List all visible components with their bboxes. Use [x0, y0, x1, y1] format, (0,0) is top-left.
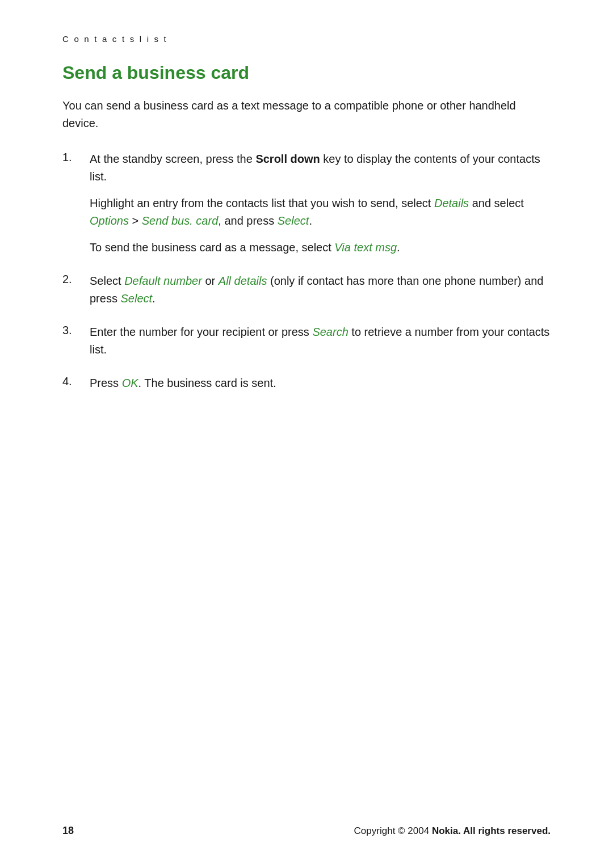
- italic-green-text: Select: [120, 292, 152, 305]
- step-paragraph: Highlight an entry from the contacts lis…: [90, 195, 551, 230]
- step-number: 4.: [62, 374, 90, 388]
- page: C o n t a c t s l i s t Send a business …: [0, 0, 613, 868]
- step-item: 3.Enter the number for your recipient or…: [62, 323, 551, 359]
- italic-green-text: Options: [90, 214, 129, 227]
- italic-green-text: Select: [278, 214, 309, 227]
- bold-text: Scroll down: [255, 153, 320, 165]
- steps-list: 1.At the standby screen, press the Scrol…: [62, 150, 551, 392]
- page-number: 18: [62, 825, 74, 837]
- step-paragraph: Press OK. The business card is sent.: [90, 374, 551, 392]
- step-content: Enter the number for your recipient or p…: [90, 323, 551, 359]
- page-title: Send a business card: [62, 62, 551, 83]
- breadcrumb: C o n t a c t s l i s t: [62, 34, 551, 44]
- step-item: 1.At the standby screen, press the Scrol…: [62, 150, 551, 256]
- step-number: 2.: [62, 272, 90, 286]
- italic-green-text: Details: [434, 197, 469, 209]
- footer: 18 Copyright © 2004 Nokia. All rights re…: [62, 825, 551, 837]
- step-paragraph: Select Default number or All details (on…: [90, 272, 551, 307]
- step-item: 4.Press OK. The business card is sent.: [62, 374, 551, 392]
- step-content: Select Default number or All details (on…: [90, 272, 551, 307]
- italic-green-text: All details: [219, 275, 267, 287]
- step-number: 3.: [62, 323, 90, 337]
- step-paragraph: At the standby screen, press the Scroll …: [90, 150, 551, 186]
- copyright: Copyright © 2004 Nokia. All rights reser…: [354, 825, 551, 837]
- step-item: 2.Select Default number or All details (…: [62, 272, 551, 307]
- italic-green-text: Send bus. card: [142, 214, 219, 227]
- step-paragraph: Enter the number for your recipient or p…: [90, 323, 551, 359]
- italic-green-text: Via text msg: [334, 241, 397, 254]
- step-paragraph: To send the business card as a message, …: [90, 239, 551, 256]
- step-content: At the standby screen, press the Scroll …: [90, 150, 551, 256]
- step-number: 1.: [62, 150, 90, 164]
- step-content: Press OK. The business card is sent.: [90, 374, 551, 392]
- intro-text: You can send a business card as a text m…: [62, 97, 528, 132]
- italic-green-text: Search: [312, 326, 348, 338]
- italic-green-text: Default number: [124, 275, 202, 287]
- italic-green-text: OK: [122, 377, 138, 389]
